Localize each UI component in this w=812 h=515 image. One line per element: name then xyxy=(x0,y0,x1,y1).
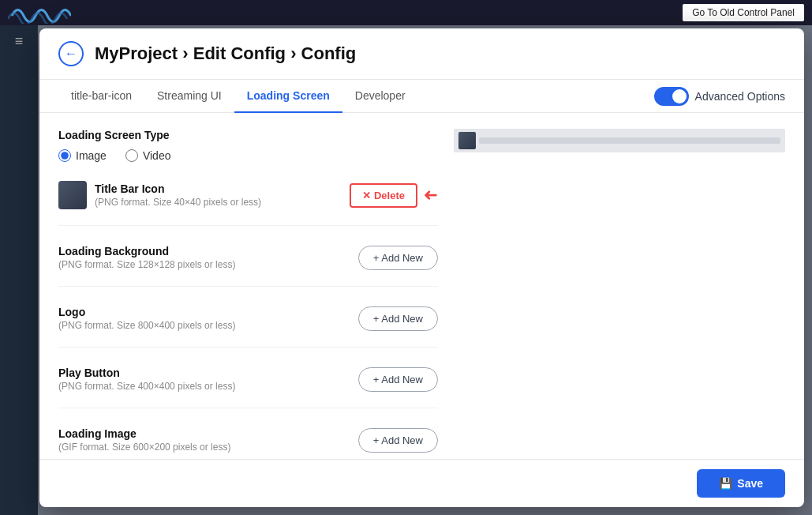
breadcrumb-edit-config: Edit Config xyxy=(193,43,286,63)
logo-area xyxy=(8,2,71,24)
add-logo-button[interactable]: + Add New xyxy=(358,306,438,331)
breadcrumb-project: MyProject xyxy=(95,43,178,63)
field-info-play-button: Play Button (PNG format. Size 400×400 pi… xyxy=(58,367,235,392)
field-row-title-bar-icon: Title Bar Icon (PNG format. Size 40×40 p… xyxy=(58,181,438,226)
field-desc-loading-background: (PNG format. Size 128×128 pixels or less… xyxy=(58,259,235,270)
preview-thumb xyxy=(458,132,476,149)
breadcrumb: MyProject › Edit Config › Config xyxy=(95,43,356,64)
field-row-loading-background: Loading Background (PNG format. Size 128… xyxy=(58,245,438,287)
top-bar: Go To Old Control Panel xyxy=(0,0,812,25)
preview-area xyxy=(454,129,785,152)
arrow-annotation: ➜ xyxy=(424,185,438,205)
advanced-options-toggle[interactable] xyxy=(654,87,689,106)
advanced-options-group: Advanced Options xyxy=(654,87,785,106)
modal-header: ← MyProject › Edit Config › Config xyxy=(39,28,804,80)
field-row-loading-image: Loading Image (GIF format. Size 600×200 … xyxy=(58,427,438,459)
radio-group: Image Video xyxy=(58,149,438,162)
tab-common[interactable]: title-bar-icon xyxy=(58,80,144,113)
add-loading-background-button[interactable]: + Add New xyxy=(358,246,438,270)
field-info-title-bar-icon: Title Bar Icon (PNG format. Size 40×40 p… xyxy=(58,181,261,209)
radio-video[interactable] xyxy=(125,149,138,162)
go-to-old-panel-button[interactable]: Go To Old Control Panel xyxy=(683,4,804,21)
field-desc-title-bar-icon: (PNG format. Size 40×40 pixels or less) xyxy=(95,197,261,208)
radio-image-label[interactable]: Image xyxy=(58,149,107,162)
delete-icon: ✕ xyxy=(362,190,371,201)
field-desc-play-button: (PNG format. Size 400×400 pixels or less… xyxy=(58,381,235,392)
delete-label: Delete xyxy=(374,190,405,201)
field-row-play-button: Play Button (PNG format. Size 400×400 pi… xyxy=(58,367,438,408)
breadcrumb-sep2: › xyxy=(286,43,301,63)
field-info-loading-image: Loading Image (GIF format. Size 600×200 … xyxy=(58,427,230,453)
breadcrumb-sep1: › xyxy=(178,43,193,63)
field-row-logo: Logo (PNG format. Size 800×400 pixels or… xyxy=(58,306,438,348)
tabs-bar: title-bar-icon Streaming UI Loading Scre… xyxy=(39,80,804,113)
radio-image[interactable] xyxy=(58,149,71,162)
field-text-title-bar-icon: Title Bar Icon (PNG format. Size 40×40 p… xyxy=(95,182,261,208)
add-play-button-button[interactable]: + Add New xyxy=(358,367,438,392)
modal-dialog: ← MyProject › Edit Config › Config title… xyxy=(39,28,804,507)
loading-screen-type-title: Loading Screen Type xyxy=(58,129,438,141)
field-desc-loading-image: (GIF format. Size 600×200 pixels or less… xyxy=(58,442,230,453)
breadcrumb-config: Config xyxy=(301,43,357,63)
save-button[interactable]: 💾 Save xyxy=(697,469,785,498)
field-info-loading-background: Loading Background (PNG format. Size 128… xyxy=(58,245,235,270)
radio-image-text: Image xyxy=(76,149,107,162)
back-button[interactable]: ← xyxy=(58,41,84,66)
field-name-title-bar-icon: Title Bar Icon xyxy=(95,182,261,195)
preview-bar xyxy=(479,137,780,144)
tab-loading-screen[interactable]: Loading Screen xyxy=(234,80,342,113)
modal-footer: 💾 Save xyxy=(39,459,804,507)
advanced-options-label: Advanced Options xyxy=(695,90,785,103)
loading-screen-type-section: Loading Screen Type Image Video xyxy=(58,129,438,162)
field-name-loading-background: Loading Background xyxy=(58,245,235,258)
delete-title-bar-icon-button[interactable]: ✕ Delete xyxy=(350,183,417,208)
save-label: Save xyxy=(737,477,763,490)
add-loading-image-button[interactable]: + Add New xyxy=(358,428,438,453)
tab-developer[interactable]: Developer xyxy=(342,80,418,113)
sidebar-icon-1[interactable]: ≡ xyxy=(15,33,24,50)
field-info-logo: Logo (PNG format. Size 800×400 pixels or… xyxy=(58,306,235,331)
left-panel: Loading Screen Type Image Video xyxy=(58,129,438,443)
modal-content: Loading Screen Type Image Video xyxy=(39,113,804,459)
tab-streaming-ui[interactable]: Streaming UI xyxy=(144,80,234,113)
left-sidebar: ≡ xyxy=(0,25,38,515)
field-name-logo: Logo xyxy=(58,306,235,318)
save-icon: 💾 xyxy=(719,477,732,490)
field-name-play-button: Play Button xyxy=(58,367,235,379)
back-icon: ← xyxy=(65,47,77,61)
field-desc-logo: (PNG format. Size 800×400 pixels or less… xyxy=(58,320,235,331)
radio-video-text: Video xyxy=(143,149,171,162)
field-name-loading-image: Loading Image xyxy=(58,427,230,440)
title-bar-icon-thumb xyxy=(58,181,87,209)
right-panel xyxy=(454,129,785,443)
radio-video-label[interactable]: Video xyxy=(125,149,171,162)
